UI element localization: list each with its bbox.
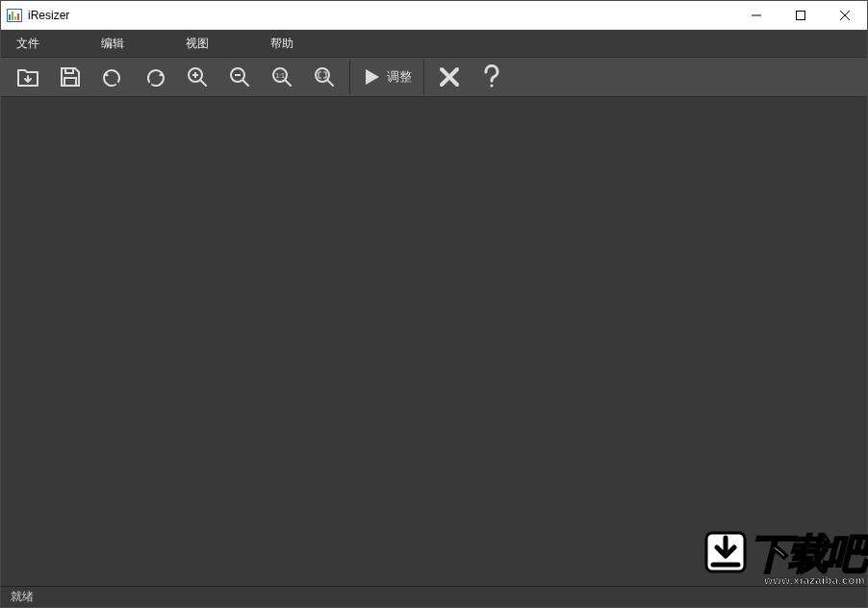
svg-rect-5 [64,78,76,86]
watermark-url: www.xiazaiba.com [703,574,865,586]
minimize-button[interactable] [734,1,779,29]
cancel-button[interactable] [428,57,471,97]
watermark-text: 下载吧 [750,534,865,574]
svg-line-14 [285,80,291,86]
save-button[interactable] [49,57,91,97]
svg-point-20 [490,84,493,87]
help-button[interactable] [471,57,513,97]
menu-edit[interactable]: 编辑 [89,36,136,52]
watermark: 下载吧 www.xiazaiba.com [703,530,865,586]
watermark-logo-icon [703,530,748,574]
open-folder-icon [15,64,40,89]
zoom-actual-icon: 1:1 [270,65,294,89]
zoom-fit-button[interactable] [303,57,345,97]
save-icon [59,65,82,89]
statusbar: 就绪 [1,586,867,607]
titlebar-left: iResizer [7,9,69,22]
svg-rect-1 [797,11,805,19]
svg-line-17 [327,80,333,86]
menu-file[interactable]: 文件 [5,36,51,52]
close-button[interactable] [823,1,867,29]
status-text: 就绪 [11,589,34,605]
window-controls [734,1,867,29]
canvas-area[interactable]: 下载吧 www.xiazaiba.com [1,97,867,586]
run-adjust-button[interactable]: 调整 [354,57,420,97]
svg-rect-4 [65,68,73,73]
undo-button[interactable] [91,57,134,97]
redo-button[interactable] [134,57,176,97]
zoom-fit-icon [313,65,336,89]
zoom-in-icon [186,65,209,89]
titlebar: iResizer [1,1,867,30]
close-icon [840,11,850,20]
redo-icon [142,64,167,89]
menu-help[interactable]: 帮助 [259,36,305,52]
maximize-icon [796,11,805,20]
toolbar-separator [423,60,424,94]
menu-view[interactable]: 视图 [174,36,220,52]
zoom-in-button[interactable] [176,57,218,97]
toolbar: 1:1 调整 [1,57,867,97]
app-window: iResizer 文件 编辑 视图 帮助 [0,0,868,608]
app-icon [7,9,22,22]
minimize-icon [752,11,761,20]
maximize-button[interactable] [779,1,823,29]
app-title: iResizer [28,9,69,22]
zoom-out-button[interactable] [218,57,261,97]
svg-text:1:1: 1:1 [275,72,285,79]
svg-line-7 [200,80,206,86]
undo-icon [100,64,125,89]
play-icon [362,67,381,87]
open-button[interactable] [7,57,49,97]
question-icon [481,64,502,89]
adjust-label: 调整 [387,68,412,86]
svg-rect-21 [706,533,745,571]
zoom-actual-button[interactable]: 1:1 [261,57,303,97]
zoom-out-icon [228,65,251,89]
menubar: 文件 编辑 视图 帮助 [1,30,867,57]
svg-line-11 [243,80,248,86]
x-icon [439,66,460,88]
toolbar-separator [349,60,350,94]
